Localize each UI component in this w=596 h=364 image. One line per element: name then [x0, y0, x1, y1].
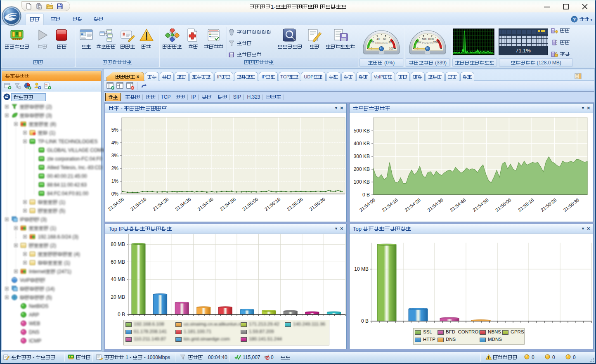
svg-text:60 MB: 60 MB — [111, 259, 125, 265]
svg-text:21:54:26: 21:54:26 — [404, 197, 421, 213]
svg-text:21:55:16: 21:55:16 — [264, 196, 281, 212]
svg-text:400 KB: 400 KB — [354, 141, 370, 147]
svg-text:21:54:46: 21:54:46 — [196, 196, 214, 212]
svg-text:10K: 10K — [416, 41, 421, 44]
svg-text:80: 80 — [388, 41, 392, 44]
svg-text:2%: 2% — [111, 165, 119, 171]
svg-text:100: 100 — [389, 47, 394, 50]
svg-text:21:54:16: 21:54:16 — [130, 196, 147, 212]
svg-text:100K: 100K — [428, 38, 434, 40]
svg-text:21:54:36: 21:54:36 — [174, 196, 192, 212]
svg-text:21:55:06: 21:55:06 — [241, 196, 259, 212]
svg-text:40: 40 — [376, 38, 380, 40]
svg-text:200K: 200K — [433, 41, 440, 44]
svg-text:4%: 4% — [111, 140, 119, 146]
svg-text:21:54:56: 21:54:56 — [219, 196, 237, 212]
svg-text:0 B: 0 B — [362, 192, 370, 198]
svg-text:?: ? — [573, 17, 576, 22]
svg-text:21:54:26: 21:54:26 — [152, 196, 170, 212]
svg-text:21:54:56: 21:54:56 — [472, 197, 490, 213]
svg-text:21:54:06: 21:54:06 — [107, 196, 125, 212]
svg-text:80 MB: 80 MB — [111, 241, 125, 247]
svg-text:50K: 50K — [422, 38, 427, 40]
svg-text:20 MB: 20 MB — [111, 294, 125, 300]
svg-text:100 KB: 100 KB — [354, 179, 370, 185]
svg-text:300 KB: 300 KB — [354, 154, 370, 159]
svg-text:21:55:36: 21:55:36 — [563, 197, 580, 213]
svg-text:0%: 0% — [111, 191, 119, 197]
svg-text:5%: 5% — [111, 127, 119, 133]
svg-text:0 B: 0 B — [361, 318, 369, 324]
svg-text:60: 60 — [383, 38, 386, 40]
svg-text:21:55:26: 21:55:26 — [540, 197, 558, 213]
svg-text:40 MB: 40 MB — [111, 277, 125, 282]
svg-text:10 MB: 10 MB — [354, 266, 369, 272]
svg-text:21:54:16: 21:54:16 — [381, 197, 399, 213]
svg-text:21:55:16: 21:55:16 — [517, 197, 535, 213]
svg-text:21:55:06: 21:55:06 — [494, 197, 512, 213]
svg-text:200 KB: 200 KB — [354, 166, 370, 172]
svg-text:21:55:36: 21:55:36 — [308, 196, 326, 212]
svg-text:Utilization: Utilization — [375, 42, 388, 45]
svg-text:Packet/s: Packet/s — [422, 42, 433, 45]
svg-text:20: 20 — [371, 41, 374, 44]
svg-text:1%: 1% — [111, 178, 119, 184]
svg-text:500 KB: 500 KB — [354, 128, 370, 134]
svg-text:21:54:36: 21:54:36 — [426, 197, 444, 213]
svg-text:21:55:26: 21:55:26 — [286, 196, 304, 212]
svg-text:3%: 3% — [111, 153, 119, 158]
svg-text:21:54:06: 21:54:06 — [359, 197, 376, 213]
svg-text:0 B: 0 B — [118, 312, 125, 317]
svg-text:21:54:46: 21:54:46 — [449, 197, 467, 213]
